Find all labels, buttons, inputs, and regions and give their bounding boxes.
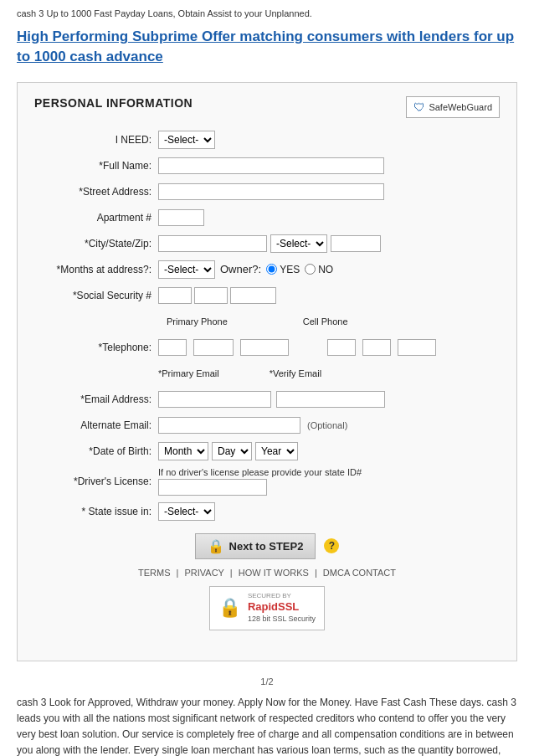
how-it-works-link[interactable]: HOW IT WORKS [239,568,309,578]
owner-label: Owner?: [220,263,261,275]
alternate-email-label: Alternate Email: [34,419,158,431]
driver-note: If no driver's license please provide yo… [158,467,362,477]
cell-phone-number[interactable] [398,339,436,356]
email-address-row: *Email Address: [34,389,500,409]
ssn-label: *Social Security # [34,290,158,301]
top-bar: cash 3 Up to 1000 Fast Payday Loans, Obt… [17,8,517,18]
street-address-label: *Street Address: [34,186,158,198]
alternate-email-row: Alternate Email: (Optional) [34,415,500,435]
sep2: | [230,568,235,578]
owner-yes-label: YES [266,264,300,275]
privacy-link[interactable]: PRIVACY [184,568,223,578]
ssn-input-1[interactable] [158,287,192,304]
state-select[interactable]: -Select- [270,234,327,253]
form-header: PERSONAL INFORMATION 🛡 SafeWebGuard [34,96,500,118]
apartment-field [158,209,500,226]
street-address-row: *Street Address: [34,182,500,202]
cell-phone-area[interactable] [327,339,356,356]
months-at-address-label: *Months at address?: [34,264,158,275]
zip-input[interactable] [331,235,381,252]
safeguard-badge: 🛡 SafeWebGuard [406,96,500,118]
ssl-text: SECURED BY RapidSSL 128 bit SSL Security [248,592,316,625]
lock-icon: 🔒 [208,538,224,554]
ssl-lock-icon: 🔒 [218,597,241,619]
body-text: cash 3 Look for Approved, Withdraw your … [17,695,517,756]
sep1: | [177,568,182,578]
city-state-zip-label: *City/State/Zip: [34,238,158,249]
primary-phone-prefix[interactable] [193,339,234,356]
i-need-field: -Select- [158,131,500,149]
next-step2-button[interactable]: 🔒 Next to STEP2 [195,533,316,559]
city-input[interactable] [158,235,267,252]
drivers-license-row: *Driver's License: If no driver's licens… [34,467,500,496]
owner-yes-radio[interactable] [266,264,277,275]
primary-phone-area[interactable] [158,339,187,356]
dmca-link[interactable]: DMCA CONTACT [323,568,396,578]
email-labels: *Primary Email *Verify Email [158,368,500,378]
drivers-license-input[interactable] [158,479,267,496]
next-btn-label: Next to STEP2 [229,540,304,553]
sep3: | [315,568,320,578]
email-labels-row: *Primary Email *Verify Email [34,363,500,383]
i-need-select[interactable]: -Select- [158,131,215,149]
next-btn-row: 🔒 Next to STEP2 ? [34,533,500,559]
street-address-field [158,183,500,200]
primary-phone-number[interactable] [240,339,289,356]
state-issue-field: -Select- [158,502,500,521]
street-address-input[interactable] [158,183,384,200]
page-number: 1/2 [17,676,517,687]
ssn-field [158,287,500,304]
ssn-input-2[interactable] [194,287,228,304]
telephone-row: *Telephone: [34,337,500,357]
i-need-row: I NEED: -Select- [34,130,500,150]
dob-field: Month Day Year [158,442,500,460]
email-address-field [158,391,500,408]
ssl-badge: 🔒 SECURED BY RapidSSL 128 bit SSL Securi… [34,586,500,630]
phone-labels-row: Primary Phone Cell Phone [34,311,500,332]
verify-email-input[interactable] [276,391,385,408]
telephone-field [158,339,500,356]
city-state-zip-row: *City/State/Zip: -Select- [34,234,500,254]
owner-no-radio[interactable] [305,264,316,275]
alternate-email-field: (Optional) [158,417,500,434]
phone-labels: Primary Phone Cell Phone [158,316,500,327]
primary-email-input[interactable] [158,391,271,408]
owner-no-label: NO [305,264,333,275]
primary-email-label: *Primary Email [158,368,219,378]
help-icon[interactable]: ? [324,538,339,553]
apartment-input[interactable] [158,209,204,226]
full-name-input[interactable] [158,157,384,174]
apartment-label: Apartment # [34,212,158,224]
ssn-row: *Social Security # [34,285,500,306]
form-title: PERSONAL INFORMATION [34,96,193,110]
dob-label: *Date of Birth: [34,445,158,457]
i-need-label: I NEED: [34,134,158,146]
state-issue-label: * State issue in: [34,506,158,517]
drivers-license-field: If no driver's license please provide yo… [158,467,500,496]
dob-month-select[interactable]: Month [158,442,208,460]
shield-icon: 🛡 [413,100,425,114]
primary-phone-label: Primary Phone [167,316,228,327]
ssl-brand-label: RapidSSL [248,600,316,615]
city-state-zip-field: -Select- [158,234,500,253]
dob-row: *Date of Birth: Month Day Year [34,441,500,461]
dob-day-select[interactable]: Day [212,442,252,460]
terms-link[interactable]: TERMS [138,568,171,578]
apartment-row: Apartment # [34,208,500,228]
footer-links: TERMS | PRIVACY | HOW IT WORKS | DMCA CO… [34,568,500,578]
form-container: PERSONAL INFORMATION 🛡 SafeWebGuard I NE… [17,82,517,661]
months-at-address-field: -Select- Owner?: YES NO [158,260,500,279]
cell-phone-prefix[interactable] [362,339,391,356]
verify-email-label: *Verify Email [270,368,321,378]
state-issue-row: * State issue in: -Select- [34,501,500,522]
main-title: High Performing Subprime Offer matching … [17,27,517,67]
dob-year-select[interactable]: Year [255,442,298,460]
alternate-email-input[interactable] [158,417,300,434]
ssn-input-3[interactable] [230,287,276,304]
full-name-field [158,157,500,174]
months-select[interactable]: -Select- [158,260,215,279]
cell-phone-label: Cell Phone [303,316,348,327]
ssl-box: 🔒 SECURED BY RapidSSL 128 bit SSL Securi… [209,586,325,630]
optional-label: (Optional) [307,420,347,430]
state-issue-select[interactable]: -Select- [158,502,215,521]
